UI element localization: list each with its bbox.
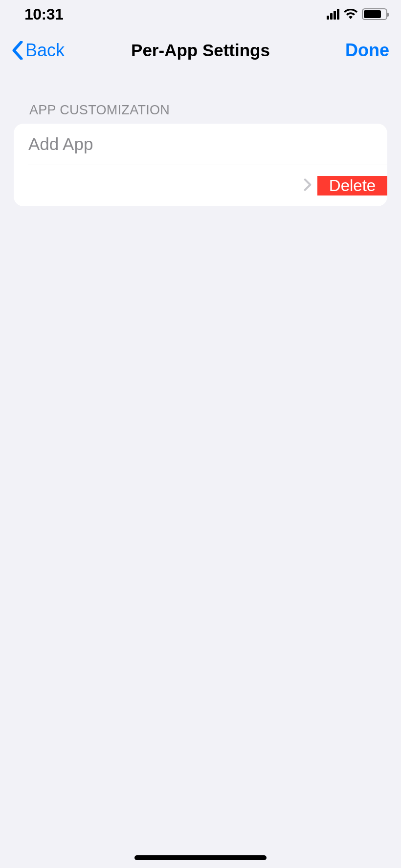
status-time: 10:31 [24, 5, 63, 23]
section-header: App Customization [0, 103, 401, 124]
settings-group: Add App Safari Delete [14, 124, 387, 206]
back-button[interactable]: Back [12, 40, 65, 61]
back-label: Back [25, 40, 65, 61]
add-app-row[interactable]: Add App [14, 124, 387, 165]
delete-button[interactable]: Delete [317, 176, 387, 195]
nav-bar: Back Per-App Settings Done [0, 28, 401, 72]
add-app-label: Add App [28, 134, 93, 154]
cellular-icon [327, 9, 339, 20]
app-row[interactable]: Safari Delete [14, 165, 387, 206]
done-button[interactable]: Done [345, 40, 389, 61]
chevron-right-icon [304, 178, 312, 194]
battery-icon [362, 8, 387, 20]
chevron-left-icon [12, 41, 23, 60]
page-title: Per-App Settings [131, 41, 270, 60]
content: App Customization Add App Safari Delete [0, 72, 401, 206]
delete-label: Delete [329, 176, 376, 195]
wifi-icon [343, 9, 358, 20]
status-bar: 10:31 [0, 0, 401, 28]
home-indicator [134, 855, 267, 860]
status-indicators [327, 8, 387, 20]
